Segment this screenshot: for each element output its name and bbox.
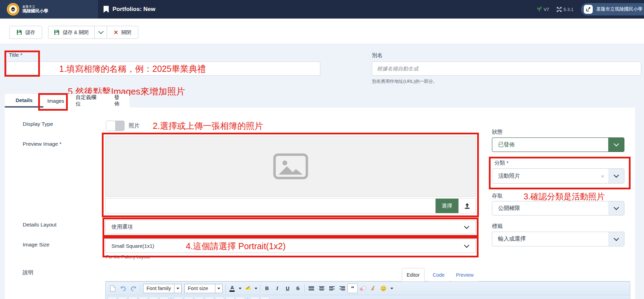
details-layout-value: 使用選項 xyxy=(106,223,458,231)
save-close-button[interactable]: 儲存 & 關閉 xyxy=(48,26,95,39)
image-size-help-text: For the Pakery Layout xyxy=(106,254,150,259)
school-name-main: 瑪陵國民小學 xyxy=(22,9,48,14)
alias-input[interactable] xyxy=(372,62,641,76)
chevron-down-icon xyxy=(464,242,469,248)
form-tabstrip: Details Images 自定義欄位 發佈 xyxy=(5,94,129,108)
toolbar-icon[interactable] xyxy=(236,297,245,299)
undo-icon[interactable] xyxy=(118,284,128,293)
save-button-label: 儲存 xyxy=(25,29,35,36)
toolbar-icon[interactable] xyxy=(159,297,169,299)
align-justify-icon[interactable] xyxy=(306,284,316,293)
close-icon: ✕ xyxy=(114,29,118,36)
new-document-icon[interactable] xyxy=(108,284,118,293)
category-value: 活動照片 xyxy=(492,173,597,180)
tab-publishing[interactable]: 發佈 xyxy=(107,94,129,108)
save-icon xyxy=(17,30,22,35)
toolbar-more-dropdown[interactable] xyxy=(389,284,395,293)
access-value: 公開權限 xyxy=(492,205,608,212)
italic-button[interactable]: I xyxy=(272,284,282,293)
toolbar-icon[interactable] xyxy=(108,297,117,299)
toolbar-icon[interactable] xyxy=(139,297,148,299)
preview-image-label: Preview Image * xyxy=(23,141,62,147)
toolbar-icon[interactable] xyxy=(225,297,235,299)
tab-images[interactable]: Images xyxy=(43,94,68,108)
text-color-button[interactable]: A xyxy=(227,284,237,293)
clean-broom-icon[interactable] xyxy=(368,284,378,293)
toolbar-icon[interactable] xyxy=(215,297,224,299)
toolbar-separator xyxy=(171,297,171,299)
blockquote-button[interactable]: “ xyxy=(347,284,358,293)
toolbar-icon[interactable] xyxy=(194,297,204,299)
upload-image-button[interactable] xyxy=(458,199,475,213)
status-label: 狀態 xyxy=(492,129,503,136)
details-layout-select[interactable]: 使用選項 xyxy=(105,220,476,234)
chevron-down-icon xyxy=(215,284,222,293)
plant-icon xyxy=(537,7,542,12)
toolbar-separator xyxy=(304,284,305,292)
status-select[interactable]: 已發佈 xyxy=(492,137,624,152)
school-logo xyxy=(7,3,19,15)
access-select[interactable]: 公開權限 xyxy=(492,201,624,215)
editor-tab-editor[interactable]: Editor xyxy=(402,268,425,281)
toolbar-icon[interactable] xyxy=(118,297,127,299)
choose-image-button[interactable]: 選擇 xyxy=(436,199,458,213)
font-size-select[interactable]: Font size xyxy=(184,284,223,293)
editor-tab-preview[interactable]: Preview xyxy=(451,268,478,281)
bold-button[interactable]: B xyxy=(262,284,272,293)
font-family-select[interactable]: Font family xyxy=(143,284,182,293)
toolbar-icon[interactable] xyxy=(260,297,270,299)
tab-details[interactable]: Details xyxy=(5,94,43,108)
save-icon xyxy=(54,30,60,35)
chevron-down-icon xyxy=(174,284,181,293)
joomla-version-label: 5.3.1 xyxy=(564,7,573,12)
highlight-color-button[interactable] xyxy=(243,284,253,293)
align-left-icon[interactable] xyxy=(327,284,337,293)
emoticon-icon[interactable] xyxy=(378,284,389,293)
strikethrough-button[interactable]: S xyxy=(293,284,303,293)
annotation-step4: 4.這個請選擇 Portrait(1x2) xyxy=(186,241,286,252)
image-placeholder-icon xyxy=(273,153,308,179)
tags-select[interactable]: 輸入或選擇 xyxy=(492,232,624,246)
annotation-step3: 3.確認分類是活動照片 xyxy=(524,191,605,202)
align-center-icon[interactable] xyxy=(316,284,327,293)
portfolio-new-page: 基隆市立 瑪陵國民小學 Portfolios: New V7 5.3.1 基隆市… xyxy=(0,0,644,299)
editor-tab-code[interactable]: Code xyxy=(429,268,449,281)
redo-icon[interactable] xyxy=(128,284,139,293)
display-type-toggle[interactable] xyxy=(106,121,125,131)
save-close-button-group: 儲存 & 關閉 xyxy=(48,26,108,39)
toolbar-icon[interactable] xyxy=(184,297,193,299)
close-button[interactable]: ✕ 關閉 xyxy=(107,26,138,39)
header-right-cluster: V7 5.3.1 基隆市立瑪陵國民小學 xyxy=(537,0,644,19)
alias-help-text: 別名將用作地址(URL)的一部分。 xyxy=(372,78,438,85)
view-site-button[interactable]: 基隆市立瑪陵國民小學 xyxy=(581,3,644,15)
tab-custom-fields[interactable]: 自定義欄位 xyxy=(68,94,107,108)
chevron-down-icon xyxy=(613,235,619,241)
save-button[interactable]: 儲存 xyxy=(9,26,42,39)
chevron-down-icon xyxy=(464,223,469,229)
highlight-color-dropdown[interactable] xyxy=(253,284,259,293)
annotation-step2: 2.選擇或上傳一張相簿的照片 xyxy=(153,120,263,132)
toolbar-icon[interactable] xyxy=(128,297,138,299)
toolbar-icon[interactable] xyxy=(250,297,259,299)
category-select[interactable]: 活動照片 × xyxy=(492,168,624,184)
text-color-dropdown[interactable] xyxy=(237,284,243,293)
eraser-icon[interactable] xyxy=(358,284,368,293)
preview-image-dropzone[interactable] xyxy=(105,136,476,197)
access-label: 存取 xyxy=(492,192,503,200)
toolbar-icon[interactable] xyxy=(205,297,214,299)
toolbar-icon[interactable] xyxy=(149,297,158,299)
chevron-down-icon xyxy=(613,173,619,178)
title-label: Title * xyxy=(9,52,22,58)
bookmark-icon xyxy=(103,5,109,13)
preview-image-file-field[interactable]: 選擇 xyxy=(105,198,476,213)
toolbar-icon[interactable] xyxy=(174,297,183,299)
alias-label: 別名 xyxy=(372,52,383,59)
underline-button[interactable]: U xyxy=(282,284,293,293)
top-header-bar: 基隆市立 瑪陵國民小學 Portfolios: New V7 5.3.1 基隆市… xyxy=(0,0,644,19)
save-options-dropdown-button[interactable] xyxy=(95,26,108,39)
image-size-select[interactable]: Small Square(1x1) xyxy=(105,239,476,253)
editor-toolbar-row1: Font family Font size A B I U S xyxy=(106,282,630,295)
page-title-group: Portfolios: New xyxy=(103,0,155,19)
align-right-icon[interactable] xyxy=(337,284,347,293)
remove-category-icon[interactable]: × xyxy=(597,173,608,179)
